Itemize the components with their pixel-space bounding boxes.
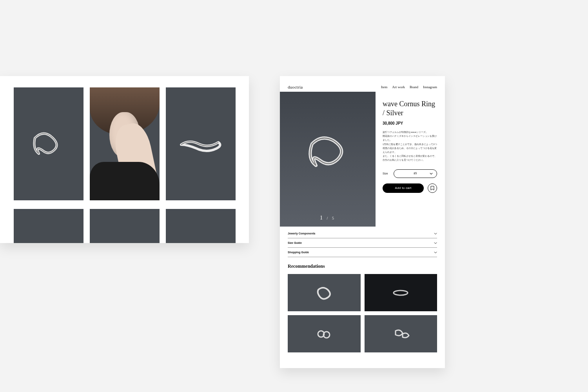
ring-image [314, 284, 334, 301]
size-value: #9 [414, 172, 417, 175]
recommendations-heading: Recommendations [288, 263, 437, 269]
recommendation-thumbnail[interactable] [288, 315, 361, 352]
bookmark-icon [430, 186, 434, 191]
product-price: 30,800 JPY [383, 121, 437, 125]
image-counter: 1 / 5 [320, 215, 336, 221]
svg-point-0 [394, 290, 408, 295]
ring-image [298, 128, 357, 179]
chevron-down-icon [430, 172, 433, 175]
nav-artwork[interactable]: Art work [392, 85, 405, 89]
gallery-thumbnail[interactable] [14, 209, 83, 243]
product-description: 波打つフォルムが特徴的なwaveシリーズ。 開花前のハナミズキからインスピレーシ… [383, 130, 437, 162]
gallery-thumbnail[interactable] [166, 209, 236, 243]
gallery-thumbnail[interactable] [90, 209, 160, 243]
image-counter-total: 5 [332, 216, 336, 220]
accordion-jewelry-components[interactable]: Jewerly Components [288, 229, 437, 238]
ring-image [392, 289, 410, 297]
nav-brand[interactable]: Brand [410, 85, 418, 89]
chevron-down-icon [434, 241, 437, 245]
recommendation-thumbnail[interactable] [365, 274, 437, 311]
nav-instagram[interactable]: Instagram [423, 85, 437, 89]
accordion-list: Jewerly Components Size Guide Shopping G… [280, 227, 445, 257]
ring-image [27, 126, 70, 162]
product-detail-panel: duoctria Item Art work Brand Instagram 1 [280, 76, 445, 368]
size-select[interactable]: #9 [394, 169, 437, 178]
accordion-shopping-guide[interactable]: Shopping Guide [288, 248, 437, 257]
gallery-thumbnail[interactable] [14, 87, 83, 200]
ring-image [391, 326, 410, 342]
nav-item[interactable]: Item [381, 85, 388, 89]
brand-logo[interactable]: duoctria [288, 85, 303, 89]
add-to-cart-button[interactable]: Add to cart [383, 183, 424, 193]
ring-image [315, 326, 334, 342]
image-counter-current: 1 [320, 215, 324, 221]
main-nav: Item Art work Brand Instagram [381, 85, 437, 89]
chevron-down-icon [434, 251, 437, 254]
recommendation-thumbnail[interactable] [365, 315, 437, 352]
chevron-down-icon [434, 232, 437, 235]
recommendations-section: Recommendations [280, 257, 445, 352]
gallery-thumbnail[interactable] [90, 87, 160, 200]
size-label: Size [383, 172, 388, 175]
site-header: duoctria Item Art work Brand Instagram [280, 76, 445, 92]
gallery-panel [0, 76, 249, 243]
gallery-grid [14, 87, 235, 243]
bookmark-button[interactable] [428, 183, 437, 193]
product-main-image[interactable]: 1 / 5 [280, 92, 376, 227]
product-title: wave Cornus Ring / Silver [383, 100, 437, 117]
ring-image [177, 132, 224, 156]
recommendation-thumbnail[interactable] [288, 274, 361, 311]
product-hero: 1 / 5 wave Cornus Ring / Silver 30,800 J… [280, 92, 445, 227]
accordion-size-guide[interactable]: Size Guide [288, 238, 437, 248]
gallery-thumbnail[interactable] [166, 87, 236, 200]
